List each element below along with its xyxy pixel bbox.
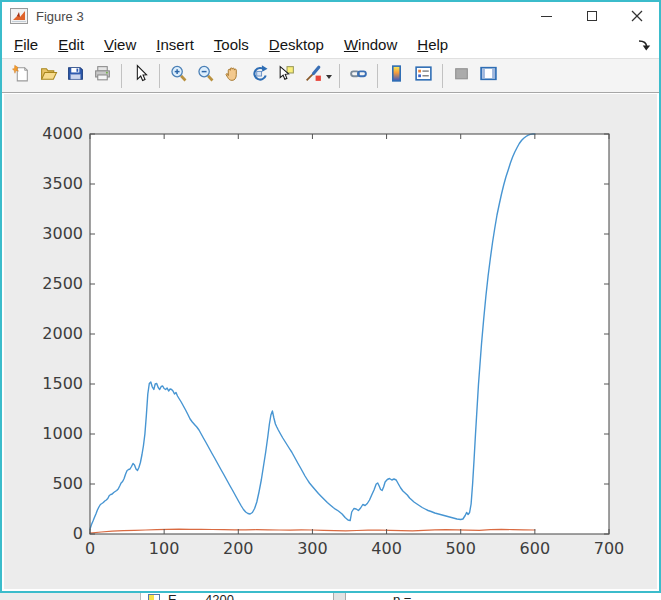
x-tick-label: 600 (520, 539, 551, 558)
data-cursor-icon (277, 64, 296, 87)
background-text-fragment: E (168, 593, 177, 600)
matlab-figure-icon (10, 8, 28, 24)
plot-area (90, 134, 609, 534)
toolbar-separator (159, 64, 160, 88)
zoom-in-button[interactable] (166, 63, 191, 89)
menu-item-insert[interactable]: Insert (146, 33, 204, 56)
minimize-button[interactable] (524, 2, 569, 30)
y-tick-label: 1500 (42, 374, 83, 393)
menu-item-window[interactable]: Window (334, 33, 407, 56)
zoom-in-icon (169, 64, 188, 87)
edit-plot-cursor-icon (131, 64, 150, 87)
x-tick-label: 300 (297, 539, 328, 558)
x-tick-label: 700 (594, 539, 625, 558)
y-tick-label: 1000 (42, 424, 83, 443)
pan-icon (223, 64, 242, 87)
open-file-button[interactable] (36, 63, 61, 89)
y-tick-label: 3000 (42, 224, 83, 243)
maximize-button[interactable] (569, 2, 614, 30)
title-bar: Figure 3 (2, 2, 659, 30)
toolbar-separator (377, 64, 378, 88)
brush-dropdown-arrow-icon[interactable] (326, 75, 332, 79)
figure-canvas: 0100200300400500600700050010001500200025… (4, 94, 657, 589)
menu-item-tools[interactable]: Tools (204, 33, 259, 56)
pan-button[interactable] (220, 63, 245, 89)
save-figure-icon (66, 64, 85, 87)
toolbar-separator (339, 64, 340, 88)
show-plot-tools-icon (479, 64, 498, 87)
rotate-3d-button[interactable] (247, 63, 272, 89)
x-tick-label: 200 (223, 539, 254, 558)
insert-colorbar-icon (387, 64, 406, 87)
close-button[interactable] (614, 2, 659, 30)
x-tick-label: 0 (85, 539, 95, 558)
y-tick-label: 4000 (42, 124, 83, 143)
toolbar (2, 58, 659, 93)
x-tick-label: 500 (445, 539, 476, 558)
y-tick-label: 2000 (42, 324, 83, 343)
menu-bar: FileEditViewInsertToolsDesktopWindowHelp (2, 30, 659, 58)
window-title: Figure 3 (36, 9, 84, 24)
menu-item-file[interactable]: File (4, 33, 48, 56)
maximize-icon (587, 11, 597, 21)
brush-data-button[interactable] (301, 63, 326, 89)
minimize-icon (541, 16, 552, 17)
plot-axes: 0100200300400500600700050010001500200025… (4, 94, 661, 591)
zoom-out-icon (196, 64, 215, 87)
background-window-strip: E 4200 p = (0, 593, 661, 600)
x-tick-label: 400 (371, 539, 402, 558)
insert-colorbar-button[interactable] (384, 63, 409, 89)
zoom-out-button[interactable] (193, 63, 218, 89)
hide-plot-tools-button[interactable] (449, 63, 474, 89)
background-text-fragment: p = (393, 593, 411, 600)
x-tick-label: 100 (149, 539, 180, 558)
print-figure-button[interactable] (90, 63, 115, 89)
brush-data-icon (304, 64, 323, 87)
show-plot-tools-button[interactable] (476, 63, 501, 89)
menu-item-desktop[interactable]: Desktop (259, 33, 334, 56)
hide-plot-tools-icon (452, 64, 471, 87)
toolbar-separator (121, 64, 122, 88)
workspace-variable-icon (148, 594, 160, 600)
menu-item-help[interactable]: Help (407, 33, 458, 56)
menu-item-view[interactable]: View (94, 33, 146, 56)
y-tick-label: 0 (73, 524, 83, 543)
rotate-3d-icon (250, 64, 269, 87)
insert-legend-button[interactable] (411, 63, 436, 89)
link-plot-icon (349, 64, 368, 87)
background-value-fragment: 4200 (205, 593, 234, 600)
y-tick-label: 3500 (42, 174, 83, 193)
new-figure-icon (12, 64, 31, 87)
menu-item-edit[interactable]: Edit (48, 33, 94, 56)
dock-figure-arrow-icon[interactable] (637, 37, 651, 51)
background-window-edge (0, 593, 141, 600)
save-figure-button[interactable] (63, 63, 88, 89)
edit-plot-cursor-button[interactable] (128, 63, 153, 89)
print-figure-icon (93, 64, 112, 87)
y-tick-label: 2500 (42, 274, 83, 293)
new-figure-button[interactable] (9, 63, 34, 89)
insert-legend-icon (414, 64, 433, 87)
y-tick-label: 500 (52, 474, 83, 493)
link-plot-button[interactable] (346, 63, 371, 89)
window-controls (524, 2, 659, 30)
close-icon (631, 10, 643, 22)
figure-window: Figure 3 FileEditViewInsertToolsDesktopW… (0, 0, 661, 593)
open-file-icon (39, 64, 58, 87)
toolbar-separator (442, 64, 443, 88)
background-scrollbar (333, 593, 346, 600)
data-cursor-button[interactable] (274, 63, 299, 89)
